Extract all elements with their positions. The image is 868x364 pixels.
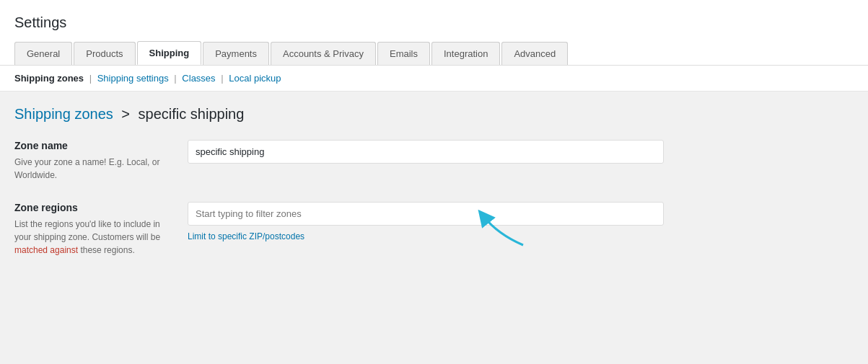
zone-name-section: Zone name Give your zone a name! E.g. Lo… — [14, 140, 854, 182]
zone-name-title: Zone name — [14, 140, 173, 151]
zone-name-label-col: Zone name Give your zone a name! E.g. Lo… — [14, 140, 188, 182]
breadcrumb-classes[interactable]: Classes — [182, 73, 215, 84]
page-header: Settings General Products Shipping Payme… — [0, 0, 868, 92]
tab-emails[interactable]: Emails — [377, 42, 430, 65]
zone-regions-label-col: Zone regions List the regions you'd like… — [14, 202, 188, 257]
main-content: Shipping zones > specific shipping Zone … — [0, 92, 868, 364]
heading-current: specific shipping — [139, 106, 245, 122]
tab-shipping[interactable]: Shipping — [137, 41, 202, 65]
zone-filter-input[interactable] — [188, 202, 664, 226]
page-heading: Shipping zones > specific shipping — [14, 106, 854, 123]
tab-advanced[interactable]: Advanced — [501, 42, 568, 65]
breadcrumb: Shipping zones | Shipping settings | Cla… — [0, 66, 868, 92]
tab-general[interactable]: General — [14, 42, 72, 65]
zone-name-description: Give your zone a name! E.g. Local, or Wo… — [14, 156, 173, 182]
tab-payments[interactable]: Payments — [203, 42, 269, 65]
breadcrumb-local-pickup[interactable]: Local pickup — [229, 73, 281, 84]
breadcrumb-active: Shipping zones — [14, 73, 84, 84]
zone-filter-wrapper — [188, 202, 664, 226]
matched-against-text: matched against — [14, 245, 78, 255]
zone-regions-section: Zone regions List the regions you'd like… — [14, 202, 854, 257]
tabs-row: General Products Shipping Payments Accou… — [14, 41, 854, 65]
zone-regions-title: Zone regions — [14, 202, 173, 213]
zone-name-input[interactable] — [188, 140, 664, 164]
zone-regions-input-col: Limit to specific ZIP/postcodes — [188, 202, 854, 241]
limit-zip-link[interactable]: Limit to specific ZIP/postcodes — [188, 231, 304, 241]
tab-accounts-privacy[interactable]: Accounts & Privacy — [271, 42, 376, 65]
tab-integration[interactable]: Integration — [431, 42, 500, 65]
zone-regions-description: List the regions you'd like to include i… — [14, 218, 173, 257]
tab-products[interactable]: Products — [74, 42, 135, 65]
page-title: Settings — [14, 9, 854, 41]
breadcrumb-shipping-settings[interactable]: Shipping settings — [97, 73, 169, 84]
shipping-zones-link[interactable]: Shipping zones — [14, 106, 113, 122]
heading-separator: > — [121, 106, 130, 122]
zone-name-input-col — [188, 140, 854, 164]
